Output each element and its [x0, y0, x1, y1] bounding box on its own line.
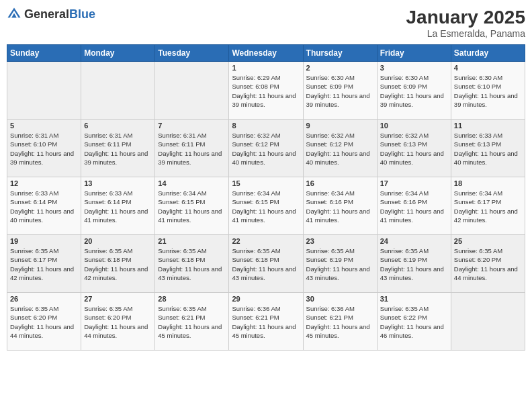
table-row: 20Sunrise: 6:35 AMSunset: 6:18 PMDayligh… [81, 235, 155, 293]
day-info: Sunrise: 6:34 AMSunset: 6:15 PMDaylight:… [158, 189, 226, 224]
day-number: 19 [10, 237, 78, 245]
day-number: 22 [232, 237, 300, 245]
day-info: Sunrise: 6:30 AMSunset: 6:09 PMDaylight:… [306, 73, 374, 109]
day-info: Sunrise: 6:34 AMSunset: 6:16 PMDaylight:… [380, 189, 448, 224]
table-row: 22Sunrise: 6:35 AMSunset: 6:18 PMDayligh… [229, 235, 303, 293]
table-row [7, 62, 81, 120]
table-row: 10Sunrise: 6:32 AMSunset: 6:13 PMDayligh… [377, 120, 451, 177]
day-number: 10 [380, 122, 448, 130]
day-number: 21 [158, 237, 226, 245]
header-tuesday: Tuesday [155, 45, 229, 62]
table-row: 26Sunrise: 6:35 AMSunset: 6:20 PMDayligh… [7, 293, 81, 351]
day-info: Sunrise: 6:35 AMSunset: 6:19 PMDaylight:… [380, 246, 448, 282]
day-number: 1 [232, 64, 300, 72]
day-info: Sunrise: 6:34 AMSunset: 6:17 PMDaylight:… [454, 189, 522, 224]
title-block: January 2025 La Esmeralda, Panama [406, 7, 525, 39]
day-info: Sunrise: 6:35 AMSunset: 6:18 PMDaylight:… [232, 246, 300, 282]
table-row: 31Sunrise: 6:35 AMSunset: 6:22 PMDayligh… [377, 293, 451, 351]
day-number: 11 [454, 122, 522, 130]
day-number: 2 [306, 64, 374, 72]
day-info: Sunrise: 6:31 AMSunset: 6:11 PMDaylight:… [158, 131, 226, 167]
table-row: 17Sunrise: 6:34 AMSunset: 6:16 PMDayligh… [377, 177, 451, 235]
table-row: 6Sunrise: 6:31 AMSunset: 6:11 PMDaylight… [81, 120, 155, 177]
day-info: Sunrise: 6:29 AMSunset: 6:08 PMDaylight:… [232, 73, 300, 109]
day-info: Sunrise: 6:31 AMSunset: 6:10 PMDaylight:… [10, 131, 78, 167]
table-row: 8Sunrise: 6:32 AMSunset: 6:12 PMDaylight… [229, 120, 303, 177]
logo-blue: Blue [69, 7, 95, 21]
table-row: 16Sunrise: 6:34 AMSunset: 6:16 PMDayligh… [303, 177, 377, 235]
day-number: 18 [454, 179, 522, 187]
calendar-week-row: 1Sunrise: 6:29 AMSunset: 6:08 PMDaylight… [7, 62, 525, 120]
day-info: Sunrise: 6:33 AMSunset: 6:14 PMDaylight:… [10, 189, 78, 224]
day-info: Sunrise: 6:32 AMSunset: 6:12 PMDaylight:… [232, 131, 300, 167]
table-row: 12Sunrise: 6:33 AMSunset: 6:14 PMDayligh… [7, 177, 81, 235]
day-number: 25 [454, 237, 522, 245]
day-info: Sunrise: 6:31 AMSunset: 6:11 PMDaylight:… [84, 131, 152, 167]
table-row: 18Sunrise: 6:34 AMSunset: 6:17 PMDayligh… [451, 177, 525, 235]
calendar-week-row: 12Sunrise: 6:33 AMSunset: 6:14 PMDayligh… [7, 177, 525, 235]
table-row: 13Sunrise: 6:33 AMSunset: 6:14 PMDayligh… [81, 177, 155, 235]
day-number: 8 [232, 122, 300, 130]
day-number: 12 [10, 179, 78, 187]
table-row: 23Sunrise: 6:35 AMSunset: 6:19 PMDayligh… [303, 235, 377, 293]
day-info: Sunrise: 6:30 AMSunset: 6:10 PMDaylight:… [454, 73, 522, 109]
table-row: 25Sunrise: 6:35 AMSunset: 6:20 PMDayligh… [451, 235, 525, 293]
day-info: Sunrise: 6:34 AMSunset: 6:15 PMDaylight:… [232, 189, 300, 224]
header-wednesday: Wednesday [229, 45, 303, 62]
logo: GeneralBlue [7, 7, 95, 21]
day-info: Sunrise: 6:35 AMSunset: 6:22 PMDaylight:… [380, 304, 448, 340]
calendar-week-row: 5Sunrise: 6:31 AMSunset: 6:10 PMDaylight… [7, 120, 525, 177]
table-row: 27Sunrise: 6:35 AMSunset: 6:20 PMDayligh… [81, 293, 155, 351]
day-number: 26 [10, 295, 78, 303]
table-row: 29Sunrise: 6:36 AMSunset: 6:21 PMDayligh… [229, 293, 303, 351]
table-row: 7Sunrise: 6:31 AMSunset: 6:11 PMDaylight… [155, 120, 229, 177]
table-row: 3Sunrise: 6:30 AMSunset: 6:09 PMDaylight… [377, 62, 451, 120]
table-row: 5Sunrise: 6:31 AMSunset: 6:10 PMDaylight… [7, 120, 81, 177]
day-info: Sunrise: 6:34 AMSunset: 6:16 PMDaylight:… [306, 189, 374, 224]
day-number: 17 [380, 179, 448, 187]
table-row: 24Sunrise: 6:35 AMSunset: 6:19 PMDayligh… [377, 235, 451, 293]
weekday-header-row: Sunday Monday Tuesday Wednesday Thursday… [7, 45, 525, 62]
logo-general: General [24, 7, 69, 21]
day-number: 5 [10, 122, 78, 130]
logo-icon [7, 7, 21, 21]
day-info: Sunrise: 6:35 AMSunset: 6:20 PMDaylight:… [10, 304, 78, 340]
header-thursday: Thursday [303, 45, 377, 62]
table-row: 19Sunrise: 6:35 AMSunset: 6:17 PMDayligh… [7, 235, 81, 293]
day-info: Sunrise: 6:35 AMSunset: 6:21 PMDaylight:… [158, 304, 226, 340]
day-number: 15 [232, 179, 300, 187]
header-monday: Monday [81, 45, 155, 62]
day-number: 13 [84, 179, 152, 187]
day-info: Sunrise: 6:32 AMSunset: 6:13 PMDaylight:… [380, 131, 448, 167]
day-number: 20 [84, 237, 152, 245]
header-sunday: Sunday [7, 45, 81, 62]
day-info: Sunrise: 6:36 AMSunset: 6:21 PMDaylight:… [306, 304, 374, 340]
day-info: Sunrise: 6:33 AMSunset: 6:14 PMDaylight:… [84, 189, 152, 224]
day-number: 23 [306, 237, 374, 245]
day-info: Sunrise: 6:35 AMSunset: 6:20 PMDaylight:… [454, 246, 522, 282]
day-number: 31 [380, 295, 448, 303]
table-row [451, 293, 525, 351]
table-row: 1Sunrise: 6:29 AMSunset: 6:08 PMDaylight… [229, 62, 303, 120]
table-row: 4Sunrise: 6:30 AMSunset: 6:10 PMDaylight… [451, 62, 525, 120]
calendar-week-row: 26Sunrise: 6:35 AMSunset: 6:20 PMDayligh… [7, 293, 525, 351]
day-info: Sunrise: 6:35 AMSunset: 6:20 PMDaylight:… [84, 304, 152, 340]
header-saturday: Saturday [451, 45, 525, 62]
calendar-table: Sunday Monday Tuesday Wednesday Thursday… [7, 44, 525, 351]
day-info: Sunrise: 6:36 AMSunset: 6:21 PMDaylight:… [232, 304, 300, 340]
day-info: Sunrise: 6:35 AMSunset: 6:17 PMDaylight:… [10, 246, 78, 282]
day-info: Sunrise: 6:33 AMSunset: 6:13 PMDaylight:… [454, 131, 522, 167]
table-row: 14Sunrise: 6:34 AMSunset: 6:15 PMDayligh… [155, 177, 229, 235]
day-info: Sunrise: 6:32 AMSunset: 6:12 PMDaylight:… [306, 131, 374, 167]
table-row: 15Sunrise: 6:34 AMSunset: 6:15 PMDayligh… [229, 177, 303, 235]
table-row: 2Sunrise: 6:30 AMSunset: 6:09 PMDaylight… [303, 62, 377, 120]
table-row: 9Sunrise: 6:32 AMSunset: 6:12 PMDaylight… [303, 120, 377, 177]
table-row: 11Sunrise: 6:33 AMSunset: 6:13 PMDayligh… [451, 120, 525, 177]
day-number: 24 [380, 237, 448, 245]
page-header: GeneralBlue January 2025 La Esmeralda, P… [7, 7, 525, 39]
calendar-week-row: 19Sunrise: 6:35 AMSunset: 6:17 PMDayligh… [7, 235, 525, 293]
day-number: 14 [158, 179, 226, 187]
day-number: 28 [158, 295, 226, 303]
day-number: 6 [84, 122, 152, 130]
day-info: Sunrise: 6:35 AMSunset: 6:18 PMDaylight:… [158, 246, 226, 282]
